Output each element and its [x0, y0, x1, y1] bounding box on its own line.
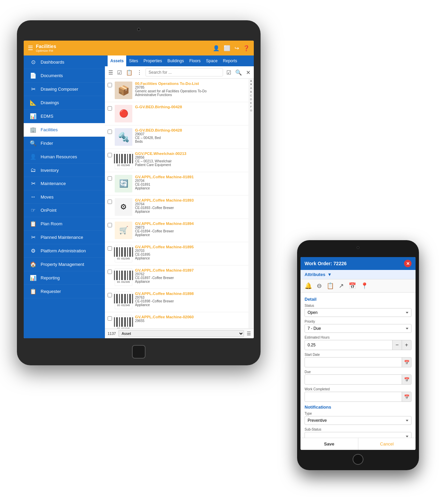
asset-name[interactable]: GV.APPL.Coffee Machine-01897 [135, 268, 246, 272]
asset-desc2: Appliance [135, 186, 246, 190]
sidebar-item-reporting[interactable]: 📊 Reporting [24, 271, 105, 285]
hours-increment-button[interactable]: + [402, 340, 411, 350]
sidebar-item-drawings[interactable]: 📐 Drawings [24, 96, 105, 110]
asset-name[interactable]: G-GV.BED.Birthing-00428 [135, 105, 246, 109]
alpha-e[interactable]: E [248, 101, 254, 105]
help-icon[interactable]: ❓ [243, 45, 250, 51]
row-checkbox[interactable] [108, 176, 112, 181]
work-completed-calendar-button[interactable]: 📅 [402, 392, 411, 402]
asset-name[interactable]: G-GV.BED.Birthing-00428 [135, 128, 246, 132]
copy-icon[interactable]: 📋 [125, 69, 133, 76]
asset-name[interactable]: GV.APPL.Coffee Machine-01891 [135, 175, 246, 179]
start-date-calendar-button[interactable]: 📅 [402, 358, 411, 367]
hours-decrement-button[interactable]: − [392, 340, 402, 350]
sidebar-item-onpoint[interactable]: ☞ OnPoint [24, 204, 105, 217]
tab-floors[interactable]: Floors [186, 55, 203, 66]
work-completed-row: 📅 [305, 392, 411, 402]
alpha-a[interactable]: A [248, 86, 254, 90]
status-select[interactable]: Open [305, 308, 411, 317]
search-icon[interactable]: 🔍 [235, 69, 243, 76]
alpha-g[interactable]: G [248, 109, 254, 112]
sidebar-item-human-resources[interactable]: 👤 Human Resources [24, 150, 105, 164]
sidebar-item-planned-maintenance[interactable]: ✂ Planned Maintenance [24, 231, 105, 244]
work-order-close-button[interactable]: ✕ [404, 260, 411, 267]
display-icon[interactable]: ⬜ [224, 45, 230, 51]
sidebar-item-requester[interactable]: 📋 Requester [24, 285, 105, 298]
user-icon[interactable]: 👤 [213, 45, 220, 51]
sidebar-item-platform-administration[interactable]: ⚙ Platform Administration [24, 244, 105, 258]
sidebar-item-property-management[interactable]: 🏠 Property Management [24, 258, 105, 271]
estimated-hours-input[interactable] [305, 341, 392, 349]
sidebar-item-label: Platform Administration [41, 248, 86, 253]
sidebar-item-plan-room[interactable]: 📋 Plan Room [24, 217, 105, 231]
row-checkbox[interactable] [108, 316, 112, 321]
asset-name[interactable]: GGV.PCE.Wheelchair-00213 [135, 152, 246, 156]
main-content: Assets Sites Properties Buildings Floors… [105, 55, 254, 338]
row-checkbox[interactable] [108, 270, 112, 274]
phone-home-button[interactable] [353, 454, 363, 465]
type-select[interactable]: Preventive [305, 416, 411, 425]
priority-select[interactable]: 7 - Due [305, 324, 411, 333]
search-check-icon[interactable]: ☑ [226, 69, 232, 76]
due-date-calendar-button[interactable]: 📅 [402, 375, 411, 384]
status-menu-icon[interactable]: ☰ [247, 331, 251, 336]
alpha-f[interactable]: F [248, 105, 254, 109]
tab-buildings[interactable]: Buildings [165, 55, 187, 66]
attributes-dropdown-arrow[interactable]: ▼ [327, 272, 332, 277]
row-checkbox[interactable] [108, 83, 112, 87]
hamburger-icon[interactable]: ☰ [28, 44, 33, 52]
row-checkbox[interactable] [108, 153, 112, 157]
asset-name[interactable]: GV.APPL.Coffee Machine-01893 [135, 198, 246, 202]
asset-name[interactable]: GV.APPL.Coffee Machine-02060 [135, 315, 246, 319]
status-type-select[interactable]: Asset [118, 330, 244, 337]
tab-space[interactable]: Space [203, 55, 220, 66]
row-checkbox[interactable] [108, 106, 112, 111]
row-checkbox[interactable] [108, 223, 112, 227]
sidebar-item-moves[interactable]: ↔ Moves [24, 190, 105, 204]
sidebar-item-facilities[interactable]: 🏢 Facilities [24, 123, 105, 137]
cancel-button[interactable]: Cancel [358, 438, 416, 450]
due-date-input[interactable] [305, 375, 402, 384]
row-checkbox[interactable] [108, 246, 112, 251]
row-checkbox[interactable] [108, 130, 112, 134]
share-icon[interactable]: ↗ [339, 282, 344, 290]
tab-sites[interactable]: Sites [126, 55, 141, 66]
minus-icon[interactable]: ⊖ [317, 282, 322, 290]
sidebar-item-inventory[interactable]: 🗂 Inventory [24, 164, 105, 177]
start-date-input[interactable] [305, 358, 402, 366]
row-checkbox[interactable] [108, 200, 112, 204]
search-input[interactable] [146, 68, 223, 76]
asset-name[interactable]: GV.APPL.Coffee Machine-01898 [135, 292, 246, 296]
asset-name[interactable]: 00.Facilities Operations To-Do-List [135, 82, 246, 86]
sidebar-item-dashboards[interactable]: ⊙ Dashboards [24, 55, 105, 69]
sub-status-select[interactable] [305, 432, 411, 438]
sidebar-item-edms[interactable]: 📊 EDMS [24, 110, 105, 123]
sidebar-item-finder[interactable]: 🔍 Finder [24, 137, 105, 150]
asset-name[interactable]: GV.APPL.Coffee Machine-01894 [135, 222, 246, 226]
sidebar-item-documents[interactable]: 📄 Documents [24, 69, 105, 83]
alpha-b[interactable]: B [248, 90, 254, 94]
alert-icon[interactable]: 🔔 [305, 282, 312, 290]
sidebar-item-drawing-composer[interactable]: ✂ Drawing Composer [24, 83, 105, 96]
save-button[interactable]: Save [300, 438, 358, 450]
sidebar-item-maintenance[interactable]: ✂ Maintenance [24, 177, 105, 190]
calendar-icon[interactable]: 📅 [349, 282, 356, 290]
more-icon[interactable]: ⋮ [136, 69, 143, 76]
clear-icon[interactable]: ✕ [245, 69, 251, 76]
tab-reports[interactable]: Reports [220, 55, 240, 66]
documents-icon[interactable]: 📋 [327, 282, 334, 290]
asset-name[interactable]: GV.APPL.Coffee Machine-01895 [135, 245, 246, 249]
alpha-d[interactable]: D [248, 97, 254, 101]
tab-properties[interactable]: Properties [141, 55, 165, 66]
filter-icon[interactable]: ☰ [108, 69, 114, 76]
alpha-c[interactable]: C [248, 94, 254, 97]
location-icon[interactable]: 📍 [361, 282, 368, 290]
signout-icon[interactable]: ↪ [235, 45, 239, 51]
alpha-up[interactable]: ▲ [248, 79, 254, 83]
check-icon[interactable]: ☑ [116, 69, 122, 76]
row-checkbox[interactable] [108, 293, 112, 297]
work-completed-input[interactable] [305, 393, 402, 401]
tab-assets[interactable]: Assets [108, 55, 126, 66]
alpha-down[interactable]: ▼ [248, 83, 254, 86]
tablet-home-button[interactable] [132, 345, 146, 359]
